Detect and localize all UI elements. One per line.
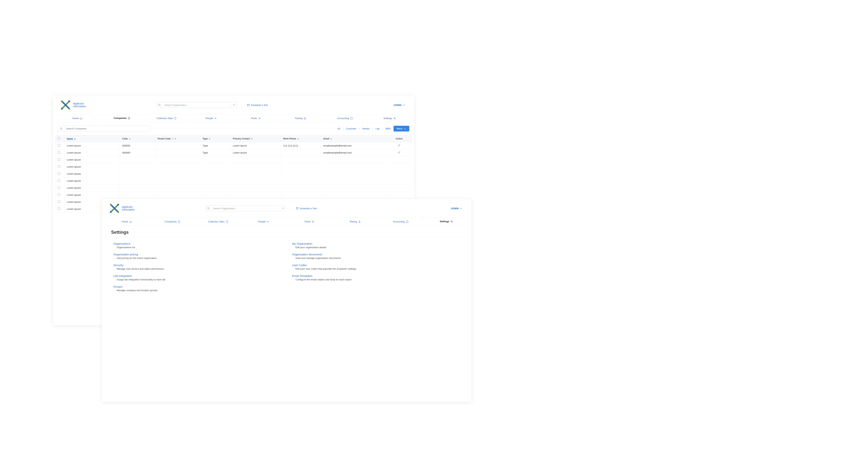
schedule-test-link[interactable]: Schedule a Test <box>247 104 268 106</box>
edit-icon[interactable] <box>398 151 400 154</box>
row-checkbox[interactable] <box>58 172 60 175</box>
settings-item[interactable]: Email TemplatesConfigure the email subje… <box>292 274 460 281</box>
filter-vendor[interactable]: Vendor <box>362 127 370 130</box>
nav-settings[interactable]: Settings <box>367 115 412 122</box>
settings-item[interactable]: OrganizationsOrganizations list <box>113 242 281 249</box>
row-checkbox[interactable] <box>58 186 60 189</box>
org-search-input[interactable] <box>211 206 280 211</box>
nav-settings[interactable]: Settings <box>424 218 469 225</box>
row-checkbox[interactable] <box>58 193 60 196</box>
settings-item[interactable]: My OrganizationEdit your organization de… <box>292 242 460 249</box>
filter-mro[interactable]: MRO <box>385 127 391 130</box>
settings-item[interactable]: Organization documentsView and manage or… <box>292 253 460 259</box>
chevron-down-icon <box>460 207 462 210</box>
table-row[interactable]: Lorem Ipsum <box>55 170 412 177</box>
logo[interactable]: Applicant Information <box>60 99 86 111</box>
settings-item[interactable]: User CodesEdit your user codes that popu… <box>292 264 460 270</box>
logo[interactable]: Applicant Information <box>109 203 135 214</box>
table-row[interactable]: Lorem Ipsum000000TypeLorem Ipsum111-111-… <box>55 142 412 149</box>
row-checkbox[interactable] <box>58 179 60 182</box>
cell-action <box>386 186 412 190</box>
col-type[interactable]: Type⇅ <box>200 135 230 142</box>
org-search[interactable] <box>205 206 286 211</box>
row-checkbox[interactable] <box>58 165 60 168</box>
col-work-phone[interactable]: Work Phone⇅ <box>281 135 321 142</box>
settings-item-title[interactable]: Lab Integration <box>113 274 281 277</box>
settings-item-title[interactable]: User Codes <box>292 264 460 267</box>
select-all-checkbox[interactable] <box>58 137 60 140</box>
nav-companies[interactable]: Companies <box>150 218 195 225</box>
table-row[interactable]: Lorem Ipsum <box>55 163 412 170</box>
svg-rect-26 <box>296 208 298 210</box>
swap-icon[interactable] <box>280 206 286 211</box>
calendar-icon <box>247 104 250 106</box>
admin-dropdown[interactable]: ADMIN <box>394 104 405 106</box>
cell-code: 000000 <box>120 150 155 156</box>
nav-accounting[interactable]: Accounting <box>323 115 367 122</box>
schedule-test-link[interactable]: Schedule a Test <box>296 207 317 210</box>
people-icon <box>267 220 269 223</box>
row-checkbox[interactable] <box>58 208 60 210</box>
table-row[interactable]: Lorem Ipsum000000TypeLorem Ipsumemailexa… <box>55 149 412 156</box>
row-checkbox[interactable] <box>58 200 60 203</box>
nav-people[interactable]: People <box>241 218 287 225</box>
nav-pools[interactable]: Pools <box>287 218 333 225</box>
svg-rect-31 <box>406 221 408 223</box>
edit-icon[interactable] <box>398 144 400 147</box>
settings-item[interactable]: GroupsManage company and location groups <box>113 285 281 292</box>
cell-type <box>200 179 230 183</box>
filter-customer[interactable]: Customer <box>346 127 356 130</box>
swap-icon[interactable] <box>231 102 237 108</box>
people-icon <box>214 117 217 120</box>
nav-home[interactable]: Home <box>55 115 100 122</box>
settings-item-title[interactable]: Organization pricing <box>113 253 281 256</box>
companies-search-input[interactable] <box>64 126 150 131</box>
menu-button[interactable]: Menu <box>394 126 409 131</box>
col-email[interactable]: Email⇅ <box>321 135 386 142</box>
nav-collection-sites[interactable]: Collection Sites <box>195 218 241 225</box>
settings-item[interactable]: SecurityManage user access and object pe… <box>113 264 281 270</box>
companies-search[interactable] <box>58 126 150 132</box>
settings-item-title[interactable]: Organizations <box>113 242 281 245</box>
settings-item[interactable]: Lab IntegrationAssign lab integration fu… <box>113 274 281 281</box>
org-search[interactable] <box>156 102 237 108</box>
nav-testing[interactable]: Testing <box>278 115 323 122</box>
admin-dropdown[interactable]: ADMIN <box>451 207 462 210</box>
col-tenant-code[interactable]: Tenant Code▽⇅ <box>155 135 200 142</box>
svg-point-21 <box>117 204 119 206</box>
settings-item-desc: Edit your user codes that populate the d… <box>292 268 460 270</box>
row-checkbox[interactable] <box>58 158 60 161</box>
cell-email <box>321 165 386 169</box>
nav-accounting[interactable]: Accounting <box>378 218 424 225</box>
col-primary-contact[interactable]: Primary Contact⇅ <box>230 135 281 142</box>
table-row[interactable]: Lorem Ipsum <box>55 184 412 191</box>
row-checkbox[interactable] <box>58 151 60 154</box>
settings-item-title[interactable]: Groups <box>113 285 281 288</box>
row-checkbox[interactable] <box>58 144 60 147</box>
settings-item-title[interactable]: Organization documents <box>292 253 460 256</box>
settings-item-title[interactable]: My Organization <box>292 242 460 245</box>
cell-primary-contact <box>230 179 281 183</box>
cell-primary-contact: Lorem Ipsum <box>230 143 281 149</box>
settings-item-title[interactable]: Security <box>113 264 281 267</box>
nav-people[interactable]: People <box>189 115 234 122</box>
settings-item[interactable]: Organization pricingAdd pricing for the … <box>113 253 281 259</box>
nav-collection-sites[interactable]: Collection Sites <box>145 115 189 122</box>
settings-grid: OrganizationsOrganizations listOrganizat… <box>104 237 469 301</box>
org-search-input[interactable] <box>162 102 231 107</box>
cell-code <box>120 158 155 162</box>
col-name[interactable]: Name⇅ <box>65 135 120 142</box>
table-row[interactable]: Lorem Ipsum <box>55 191 412 198</box>
table-row[interactable]: Lorem Ipsum <box>55 156 412 163</box>
nav-companies[interactable]: Companies <box>100 115 145 122</box>
col-code[interactable]: Code⇅ <box>120 135 155 142</box>
svg-line-17 <box>61 129 62 130</box>
nav-testing[interactable]: Testing <box>333 218 378 225</box>
nav-home[interactable]: Home <box>104 218 150 225</box>
nav-pools[interactable]: Pools <box>234 115 278 122</box>
cell-name: Lorem Ipsum <box>65 185 120 191</box>
filter-lab[interactable]: Lab <box>376 127 380 130</box>
table-row[interactable]: Lorem Ipsum <box>55 177 412 184</box>
filter-all[interactable]: All <box>337 127 340 130</box>
settings-item-title[interactable]: Email Templates <box>292 274 460 277</box>
